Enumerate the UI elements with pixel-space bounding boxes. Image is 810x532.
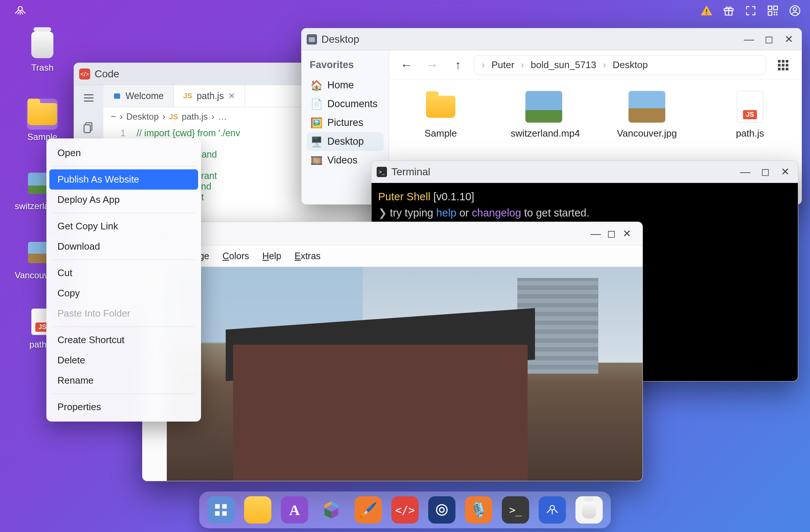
close-button[interactable]: ✕ (781, 32, 796, 47)
ctx-copy-link[interactable]: Get Copy Link (46, 216, 201, 236)
ctx-create-shortcut[interactable]: Create Shortcut (46, 330, 201, 350)
dock-camera[interactable] (428, 496, 455, 524)
logo-icon[interactable] (12, 2, 29, 19)
files-window-title: Desktop (321, 34, 359, 45)
svg-rect-24 (778, 64, 781, 66)
image-titlebar[interactable]: er.jpg — ◻ ✕ (142, 222, 642, 246)
desktop-icon: 🖥️ (311, 136, 322, 147)
svg-rect-17 (84, 125, 90, 133)
svg-rect-28 (782, 68, 784, 70)
svg-rect-32 (215, 504, 219, 508)
svg-rect-1 (706, 9, 707, 13)
dock-launcher[interactable] (207, 496, 235, 524)
svg-rect-18 (114, 93, 120, 99)
svg-rect-5 (768, 6, 772, 10)
js-icon: JS (183, 92, 192, 100)
svg-rect-6 (774, 6, 778, 10)
svg-point-0 (18, 7, 22, 11)
nav-back-button[interactable]: ← (397, 55, 416, 75)
maximize-button[interactable]: ◻ (757, 164, 773, 180)
fullscreen-icon[interactable] (742, 2, 759, 19)
dock-3d[interactable] (318, 496, 345, 524)
dock: A 🖌️ </> 🎙️ >_ (199, 492, 611, 528)
dock-font[interactable]: A (281, 496, 308, 524)
menu-help[interactable]: Help (263, 251, 281, 261)
svg-point-36 (437, 505, 447, 515)
menu-colors[interactable]: Colors (222, 251, 249, 261)
code-window-title: Code (95, 68, 119, 80)
image-window: er.jpg — ◻ ✕ View Image Colors Help Extr… (142, 222, 643, 481)
ctx-properties[interactable]: Properties (46, 397, 201, 417)
maximize-button[interactable]: ◻ (603, 226, 619, 242)
user-icon[interactable] (786, 2, 803, 19)
minimize-button[interactable]: — (741, 32, 757, 47)
ctx-copy[interactable]: Copy (46, 283, 201, 303)
svg-rect-7 (768, 12, 772, 15)
image-menubar: View Image Colors Help Extras (142, 246, 642, 267)
ctx-deploy-app[interactable]: Deploy As App (46, 190, 201, 210)
ctx-delete[interactable]: Delete (46, 350, 201, 370)
dock-mic[interactable]: 🎙️ (465, 496, 492, 524)
warning-icon[interactable] (698, 2, 715, 19)
grid-view-button[interactable] (772, 55, 794, 75)
path-bar[interactable]: ›Puter ›bold_sun_5713 ›Desktop (474, 55, 766, 75)
svg-rect-29 (786, 68, 788, 70)
image-canvas[interactable] (167, 267, 642, 481)
context-menu: Open Publish As Website Deploy As App Ge… (46, 138, 201, 422)
qr-icon[interactable] (764, 2, 781, 19)
menu-extras[interactable]: Extras (295, 251, 321, 261)
files-toolbar: ← → ↑ ›Puter ›bold_sun_5713 ›Desktop (389, 50, 802, 80)
explorer-icon[interactable] (80, 118, 98, 137)
dock-paint[interactable]: 🖌️ (355, 496, 382, 524)
terminal-titlebar[interactable]: >_ Terminal — ◻ ✕ (371, 161, 798, 183)
tab-close-icon[interactable]: ✕ (228, 91, 235, 101)
tab-welcome[interactable]: Welcome (103, 85, 174, 107)
svg-rect-20 (309, 37, 315, 42)
svg-rect-9 (776, 12, 778, 13)
hamburger-icon[interactable] (80, 89, 98, 107)
ctx-download[interactable]: Download (46, 236, 201, 257)
svg-text:</>: </> (80, 71, 89, 77)
svg-rect-8 (774, 12, 775, 13)
document-icon: 📄 (311, 99, 322, 110)
svg-rect-11 (776, 14, 778, 15)
ctx-cut[interactable]: Cut (46, 263, 201, 283)
dock-trash[interactable] (575, 496, 603, 524)
svg-rect-2 (706, 13, 707, 14)
nav-forward-button[interactable]: → (422, 55, 442, 75)
minimize-button[interactable]: — (737, 164, 753, 180)
fav-pictures[interactable]: 🖼️Pictures (307, 113, 384, 132)
desktop-icon-trash[interactable]: Trash (15, 29, 70, 73)
dock-cloud[interactable] (539, 496, 566, 524)
nav-up-button[interactable]: ↑ (448, 55, 468, 75)
terminal-window-title: Terminal (391, 166, 430, 178)
dock-files[interactable] (244, 496, 271, 524)
fav-desktop[interactable]: 🖥️Desktop (307, 132, 384, 151)
dock-terminal[interactable]: >_ (502, 496, 529, 524)
desktop-icon-sample[interactable]: Sample (15, 99, 70, 142)
close-button[interactable]: ✕ (619, 226, 634, 242)
files-titlebar[interactable]: Desktop — ◻ ✕ (302, 28, 802, 50)
maximize-button[interactable]: ◻ (761, 32, 776, 47)
svg-rect-23 (786, 60, 788, 62)
code-app-icon: </> (79, 68, 90, 80)
svg-rect-22 (782, 60, 784, 62)
ctx-publish-website[interactable]: Publish As Website (49, 169, 198, 190)
ctx-open[interactable]: Open (46, 143, 201, 163)
home-icon: 🏠 (311, 80, 322, 91)
terminal-app-icon: >_ (377, 167, 387, 177)
svg-point-38 (550, 505, 554, 510)
minimize-button[interactable]: — (588, 226, 603, 242)
pictures-icon: 🖼️ (311, 117, 322, 128)
fav-documents[interactable]: 📄Documents (307, 95, 384, 113)
dock-code[interactable]: </> (391, 496, 419, 524)
ctx-paste-folder: Paste Into Folder (46, 303, 201, 324)
ctx-rename[interactable]: Rename (46, 370, 201, 391)
gift-icon[interactable] (720, 2, 737, 19)
close-button[interactable]: ✕ (777, 164, 793, 180)
tab-pathjs[interactable]: JS path.js ✕ (174, 85, 245, 107)
svg-text:>_: >_ (379, 169, 385, 175)
favorites-heading: Favorites (307, 59, 384, 71)
svg-rect-27 (778, 68, 781, 70)
fav-home[interactable]: 🏠Home (307, 76, 384, 95)
